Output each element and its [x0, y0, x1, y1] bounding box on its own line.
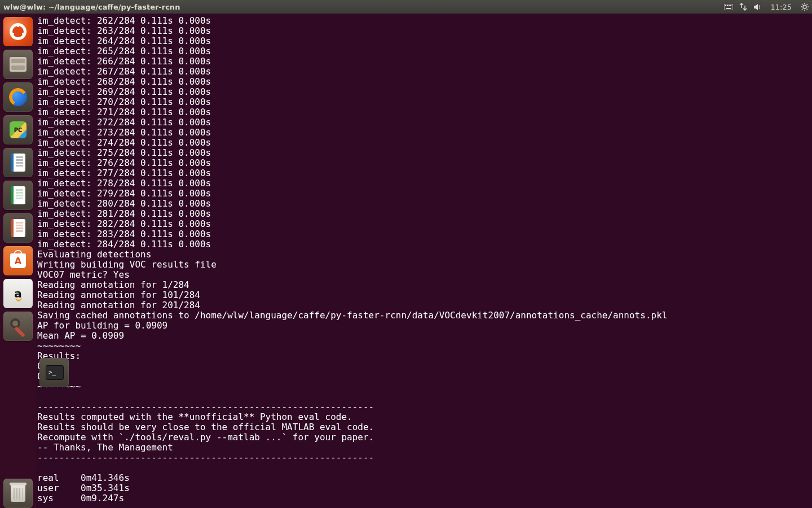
amazon-launcher[interactable]: a	[3, 279, 33, 308]
terminal-line: im_detect: 267/284 0.111s 0.000s	[37, 67, 812, 77]
top-panel: wlw@wlw: ~/language/caffe/py-faster-rcnn…	[0, 0, 812, 14]
window-title: wlw@wlw: ~/language/caffe/py-faster-rcnn	[0, 3, 180, 11]
terminal-icon: >_	[46, 365, 64, 380]
terminal-line: user 0m35.341s	[37, 483, 812, 493]
terminal-line	[37, 392, 812, 402]
dash-button[interactable]	[3, 17, 33, 46]
svg-rect-1	[725, 5, 726, 6]
svg-line-12	[807, 9, 807, 10]
terminal-line: Saving cached annotations to /home/wlw/l…	[37, 310, 812, 321]
terminal-line: im_detect: 274/284 0.111s 0.000s	[37, 138, 812, 148]
network-indicator-icon[interactable]	[736, 0, 751, 14]
terminal-line: im_detect: 278/284 0.111s 0.000s	[37, 178, 812, 189]
terminal-line: im_detect: 279/284 0.111s 0.000s	[37, 189, 812, 199]
writer-launcher[interactable]	[3, 148, 33, 177]
terminal-line: im_detect: 268/284 0.111s 0.000s	[37, 77, 812, 87]
terminal-line: ~~~~~~~~	[37, 341, 812, 351]
trash-launcher[interactable]	[3, 479, 33, 508]
terminal-line: im_detect: 273/284 0.111s 0.000s	[37, 128, 812, 138]
terminal-line: AP for building = 0.0909	[37, 321, 812, 331]
terminal-line: VOC07 metric? Yes	[37, 270, 812, 280]
terminal-line: im_detect: 269/284 0.111s 0.000s	[37, 87, 812, 97]
terminal-line: -- Thanks, The Management	[37, 443, 812, 453]
terminal-launcher[interactable]: >_	[39, 358, 69, 387]
terminal-line: im_detect: 270/284 0.111s 0.000s	[37, 97, 812, 107]
terminal-line: Writing building VOC results file	[37, 260, 812, 270]
software-center-launcher[interactable]	[3, 246, 33, 275]
svg-rect-5	[726, 8, 731, 9]
terminal-line: im_detect: 282/284 0.111s 0.000s	[37, 219, 812, 229]
svg-rect-2	[727, 5, 728, 6]
settings-launcher[interactable]	[3, 312, 33, 341]
terminal-line: im_detect: 280/284 0.111s 0.000s	[37, 199, 812, 209]
terminal-line: ~~~~~~~~	[37, 382, 812, 392]
terminal-line: Mean AP = 0.0909	[37, 331, 812, 341]
files-launcher[interactable]	[3, 50, 33, 79]
sound-indicator-icon[interactable]	[751, 0, 765, 14]
shopping-bag-icon	[10, 253, 26, 268]
terminal-line: Reading annotation for 1/284	[37, 280, 812, 290]
clock[interactable]: 11:25	[765, 3, 797, 11]
terminal-line	[37, 463, 812, 473]
terminal-line: Reading annotation for 201/284	[37, 300, 812, 310]
pycharm-launcher[interactable]: PC	[3, 115, 33, 144]
terminal-line: 0.091	[37, 371, 812, 382]
keyboard-indicator-icon[interactable]	[721, 0, 736, 14]
terminal-line: Results should be very close to the offi…	[37, 422, 812, 432]
system-cog-icon[interactable]	[797, 0, 812, 14]
terminal-line: ----------------------------------------…	[37, 453, 812, 463]
terminal-line: ----------------------------------------…	[37, 402, 812, 412]
svg-line-14	[802, 9, 802, 10]
terminal-line: im_detect: 266/284 0.111s 0.000s	[37, 56, 812, 67]
impress-launcher[interactable]	[3, 213, 33, 243]
terminal-line: sys 0m9.247s	[37, 493, 812, 503]
svg-rect-3	[729, 5, 730, 6]
terminal-line: im_detect: 275/284 0.111s 0.000s	[37, 148, 812, 158]
amazon-icon: a	[14, 287, 22, 300]
writer-icon	[11, 154, 25, 172]
svg-line-11	[802, 4, 802, 5]
launcher: PC a >_	[0, 14, 36, 508]
terminal-line: im_detect: 283/284 0.111s 0.000s	[37, 229, 812, 239]
terminal-line: im_detect: 271/284 0.111s 0.000s	[37, 107, 812, 117]
file-drawer-icon	[10, 57, 27, 72]
terminal-line: Results computed with the **unofficial**…	[37, 412, 812, 422]
terminal-line: real 0m41.346s	[37, 473, 812, 483]
calc-icon	[11, 186, 25, 204]
terminal-line: im_detect: 281/284 0.111s 0.000s	[37, 209, 812, 219]
svg-line-13	[807, 4, 807, 5]
terminal-line: im_detect: 264/284 0.111s 0.000s	[37, 36, 812, 46]
calc-launcher[interactable]	[3, 181, 33, 210]
impress-icon	[11, 219, 25, 237]
trash-icon	[11, 485, 25, 502]
terminal-output[interactable]: im_detect: 262/284 0.111s 0.000sim_detec…	[36, 14, 812, 508]
terminal-line: 0.091	[37, 361, 812, 371]
terminal-line: im_detect: 284/284 0.111s 0.000s	[37, 239, 812, 249]
gear-wrench-icon	[9, 317, 27, 335]
terminal-line: im_detect: 262/284 0.111s 0.000s	[37, 16, 812, 26]
firefox-icon	[9, 88, 27, 106]
terminal-line: Results:	[37, 351, 812, 361]
terminal-line: Reading annotation for 101/284	[37, 290, 812, 300]
ubuntu-logo-icon	[10, 23, 27, 40]
terminal-line: Recompute with `./tools/reval.py --matla…	[37, 432, 812, 443]
pycharm-icon: PC	[10, 121, 27, 138]
terminal-line: im_detect: 263/284 0.111s 0.000s	[37, 26, 812, 36]
terminal-line: im_detect: 277/284 0.111s 0.000s	[37, 168, 812, 178]
terminal-line: Evaluating detections	[37, 249, 812, 260]
terminal-line: im_detect: 276/284 0.111s 0.000s	[37, 158, 812, 168]
firefox-launcher[interactable]	[3, 82, 33, 112]
terminal-line: im_detect: 265/284 0.111s 0.000s	[37, 46, 812, 56]
svg-point-6	[803, 5, 806, 8]
svg-rect-4	[730, 5, 731, 6]
svg-rect-0	[724, 4, 733, 10]
terminal-line: im_detect: 272/284 0.111s 0.000s	[37, 117, 812, 128]
